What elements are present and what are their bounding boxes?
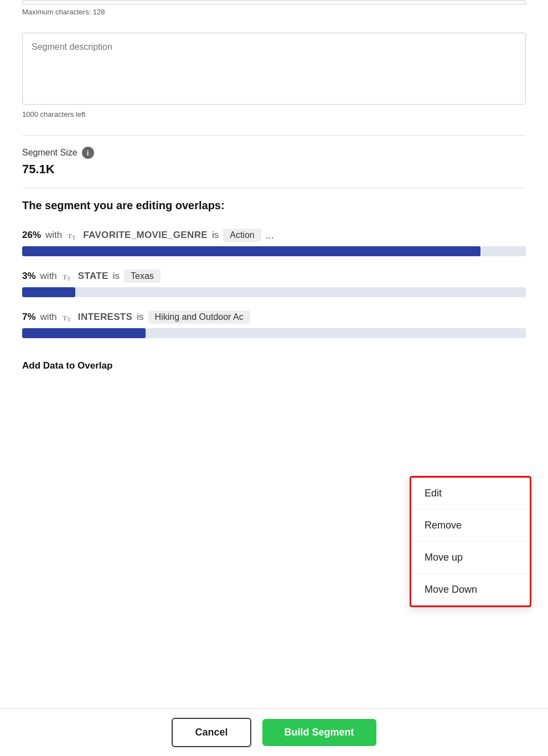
context-menu-item[interactable]: Remove: [411, 510, 530, 542]
is-text: is: [212, 230, 219, 241]
value-badge: Texas: [124, 270, 161, 283]
value-badge: Action: [223, 229, 261, 242]
overlaps-title: The segment you are editing overlaps:: [22, 199, 526, 212]
overlap-row: 7% with T T INTERESTS is Hiking and Outd…: [22, 310, 526, 324]
overlap-percent: 7%: [22, 312, 36, 323]
cancel-button[interactable]: Cancel: [172, 718, 251, 747]
progress-bar-fill: [22, 246, 480, 256]
divider-1: [22, 135, 526, 136]
overlap-percent: 26%: [22, 230, 41, 241]
with-text: with: [45, 230, 62, 241]
progress-bar-bg: [22, 287, 526, 297]
overlap-row: 26% with T T FAVORITE_MOVIE_GENRE is Act…: [22, 229, 526, 242]
field-name: STATE: [78, 271, 108, 282]
info-icon[interactable]: i: [82, 147, 94, 159]
svg-text:T: T: [72, 235, 76, 241]
progress-bar-bg: [22, 328, 526, 338]
add-data-link[interactable]: Add Data to Overlap: [22, 360, 112, 371]
with-text: with: [40, 271, 57, 282]
is-text: is: [113, 271, 120, 282]
tt-icon: T T: [61, 270, 74, 282]
max-chars-label: Maximum characters: 128: [22, 8, 526, 16]
chars-left-label: 1000 characters left: [22, 110, 526, 118]
tt-icon: T T: [61, 311, 74, 323]
progress-bar-bg: [22, 246, 526, 256]
overlap-item: 26% with T T FAVORITE_MOVIE_GENRE is Act…: [22, 229, 526, 256]
overlap-item: 7% with T T INTERESTS is Hiking and Outd…: [22, 310, 526, 338]
field-name: FAVORITE_MOVIE_GENRE: [83, 230, 208, 241]
context-menu-item[interactable]: Edit: [411, 478, 530, 510]
ellipsis: ...: [266, 230, 274, 241]
context-menu-item[interactable]: Move Down: [411, 574, 530, 605]
svg-text:T: T: [67, 276, 71, 282]
overlap-items-container: 26% with T T FAVORITE_MOVIE_GENRE is Act…: [22, 229, 526, 338]
overlap-row: 3% with T T STATE is Texas: [22, 270, 526, 283]
overlap-item: 3% with T T STATE is Texas: [22, 270, 526, 297]
progress-bar-fill: [22, 287, 75, 297]
progress-bar-fill: [22, 328, 146, 338]
divider-2: [22, 188, 526, 188]
segment-size-section: Segment Size i 75.1K: [22, 147, 526, 177]
with-text: with: [40, 312, 57, 323]
build-segment-button[interactable]: Build Segment: [262, 719, 376, 746]
tt-icon: T T: [66, 229, 79, 241]
svg-text:T: T: [67, 317, 71, 323]
context-menu: EditRemoveMove upMove Down: [410, 476, 531, 607]
value-badge: Hiking and Outdoor Ac: [148, 310, 250, 324]
bottom-bar: Cancel Build Segment: [0, 708, 548, 756]
field-name: INTERESTS: [78, 312, 132, 323]
description-textarea[interactable]: [22, 33, 526, 105]
segment-size-value: 75.1K: [22, 162, 526, 177]
is-text: is: [137, 312, 143, 323]
segment-size-label-text: Segment Size: [22, 148, 77, 158]
context-menu-item[interactable]: Move up: [411, 542, 530, 574]
overlap-percent: 3%: [22, 271, 36, 282]
